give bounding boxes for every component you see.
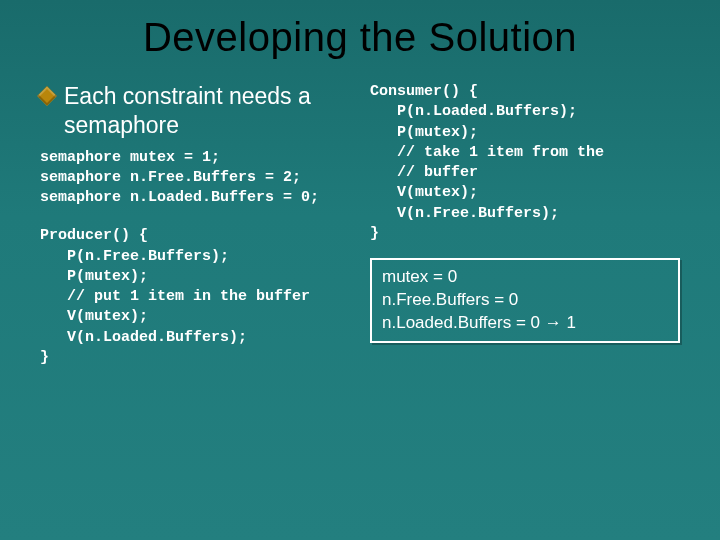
state-line-mutex: mutex = 0 [382, 266, 668, 289]
right-column: Consumer() { P(n.Loaded.Buffers); P(mute… [370, 82, 680, 368]
spacer [40, 208, 350, 226]
state-loaded-prefix: n.Loaded.Buffers = 0 [382, 313, 545, 332]
semaphore-declarations-code: semaphore mutex = 1; semaphore n.Free.Bu… [40, 148, 350, 209]
arrow-icon: → [545, 313, 562, 332]
content-columns: Each constraint needs a semaphore semaph… [40, 82, 680, 368]
consumer-code: Consumer() { P(n.Loaded.Buffers); P(mute… [370, 82, 680, 244]
state-loaded-suffix: 1 [562, 313, 576, 332]
slide-title: Developing the Solution [40, 15, 680, 60]
producer-code: Producer() { P(n.Free.Buffers); P(mutex)… [40, 226, 350, 368]
state-line-loaded: n.Loaded.Buffers = 0 → 1 [382, 312, 668, 335]
state-line-free: n.Free.Buffers = 0 [382, 289, 668, 312]
slide: Developing the Solution Each constraint … [0, 0, 720, 540]
bullet-text: Each constraint needs a semaphore [64, 82, 350, 140]
left-column: Each constraint needs a semaphore semaph… [40, 82, 350, 368]
bullet-item: Each constraint needs a semaphore [40, 82, 350, 140]
diamond-bullet-icon [37, 86, 57, 106]
state-box: mutex = 0 n.Free.Buffers = 0 n.Loaded.Bu… [370, 258, 680, 343]
